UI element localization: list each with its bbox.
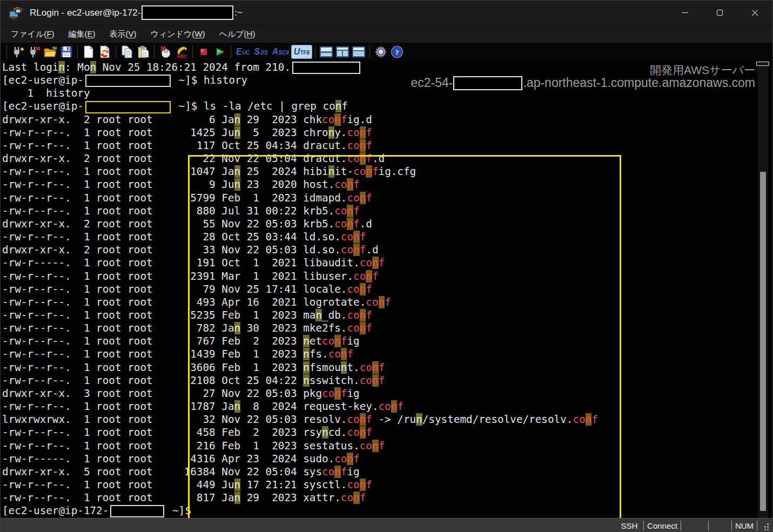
terminal-text-segment: drwxr-xr-x. 2 root root 33 Nov 22 05:03 … bbox=[2, 244, 341, 256]
encoding-utf8-button[interactable]: UTF8 bbox=[291, 45, 312, 59]
scrollbar[interactable] bbox=[758, 61, 768, 518]
terminal-text-segment: n bbox=[347, 218, 353, 230]
minimize-button[interactable] bbox=[667, 1, 702, 25]
terminal-text-segment: f bbox=[341, 113, 347, 126]
terminal-text-segment: fs. bbox=[310, 348, 328, 360]
terminal-text-segment: n bbox=[372, 440, 379, 452]
scrollbar-thumb[interactable] bbox=[760, 172, 766, 511]
terminal-text-segment: f bbox=[366, 192, 372, 204]
terminal-text-segment: n bbox=[372, 374, 379, 387]
split-vertical-button[interactable] bbox=[334, 44, 351, 60]
terminal-text-segment: co bbox=[322, 466, 334, 478]
encoding-ascii-button[interactable]: ASCII bbox=[270, 45, 291, 58]
help-icon: ? bbox=[390, 45, 404, 59]
save-button[interactable] bbox=[58, 44, 75, 60]
new-document-button[interactable] bbox=[80, 44, 97, 60]
terminal-text-segment: : Mo bbox=[65, 61, 90, 73]
terminal-text-segment: co bbox=[334, 205, 347, 217]
terminal-text-segment: -rw-r-----. 1 root root 191 Oct 1 2021 l… bbox=[2, 257, 360, 269]
terminal-text-segment: co bbox=[347, 426, 359, 439]
terminal-text-segment: sswitch. bbox=[310, 374, 360, 387]
maximize-button[interactable] bbox=[702, 1, 737, 25]
menu-item-help[interactable]: ヘルプ(H) bbox=[212, 26, 263, 42]
terminal-text-segment: -rw-r--r--. 1 root root 880 Jul 31 00:22… bbox=[2, 205, 334, 217]
help-button[interactable]: ? bbox=[389, 44, 405, 60]
disconnect-button[interactable] bbox=[26, 44, 42, 60]
terminal-line: drwxr-xr-x. 2 root root 22 Nov 22 05:04 … bbox=[2, 152, 598, 165]
terminal-text-segment: fsmou bbox=[310, 361, 341, 374]
terminal-text-segment: -rw-r--r--. 1 root root 1439 Feb 1 2023 bbox=[2, 348, 303, 360]
terminal-text-segment: -rw-r--r--. 1 root root 2108 Oct 25 04:2… bbox=[2, 374, 303, 387]
terminal-text-segment: lrwxrwxrwx. 1 root root 32 Nov 22 05:03 … bbox=[2, 413, 347, 426]
menu-item-view[interactable]: 表示(V) bbox=[103, 26, 144, 42]
toolbar-separator bbox=[77, 45, 78, 58]
reload-document-button[interactable] bbox=[97, 44, 113, 60]
close-button[interactable] bbox=[737, 1, 772, 25]
new-window-button[interactable] bbox=[351, 44, 367, 60]
floppy-save-icon bbox=[59, 45, 73, 59]
terminal-text-segment: n bbox=[334, 466, 341, 478]
statusbar-separator bbox=[681, 521, 681, 531]
terminal-text-segment: co bbox=[360, 374, 372, 387]
encoding-sjis-button[interactable]: SJIS bbox=[252, 45, 270, 58]
terminal-text-segment: ig.cfg bbox=[379, 165, 416, 178]
copy-button[interactable] bbox=[119, 44, 135, 60]
terminal-text-segment: _db. bbox=[322, 309, 347, 321]
terminal-text-segment: 30 2023 mke2fs. bbox=[240, 322, 347, 334]
terminal-text-segment: n bbox=[315, 309, 322, 321]
terminal-text-segment: co bbox=[360, 440, 372, 452]
menu-item-window[interactable]: ウィンドウ(W) bbox=[144, 26, 212, 42]
terminal-line: -rw-r--r--. 1 root root 493 Apr 16 2021 … bbox=[2, 296, 598, 309]
abc-pen-icon: ABC bbox=[174, 45, 189, 59]
terminal-text-segment: n bbox=[353, 244, 360, 256]
abc-edit-button[interactable]: ABC bbox=[173, 44, 190, 60]
resize-grip[interactable] bbox=[757, 518, 772, 532]
resize-grip-icon bbox=[762, 523, 769, 530]
hostname-overlay: ec2-54- .ap-northeast-1.compute.amazonaw… bbox=[411, 76, 755, 90]
stop-button[interactable] bbox=[196, 44, 212, 60]
terminal-text-segment: f bbox=[366, 309, 372, 321]
terminal-text-segment: f bbox=[385, 296, 391, 308]
settings-button[interactable] bbox=[373, 44, 389, 60]
terminal-text-segment: -rw-r--r--. 1 root root 782 Ja bbox=[2, 322, 234, 334]
terminal-text-segment: -rw-r--r--. 1 root root 3606 Feb 1 2023 bbox=[2, 361, 303, 374]
terminal-text-segment: ig bbox=[347, 466, 359, 478]
mouse-x-icon bbox=[158, 45, 172, 59]
hostname-suffix: .ap-northeast-1.compute.amazonaws.com bbox=[523, 76, 755, 90]
window-controls bbox=[667, 1, 772, 25]
terminal-text-segment: 8 2024 request-key. bbox=[240, 400, 378, 413]
terminal-area[interactable]: Last login: Mon Nov 25 18:26:21 2024 fro… bbox=[1, 61, 772, 518]
terminal-text-segment: co bbox=[353, 270, 366, 282]
open-folder-button[interactable] bbox=[42, 44, 58, 60]
new-connection-button[interactable] bbox=[10, 44, 26, 60]
terminal-line: Last login: Mon Nov 25 18:26:21 2024 fro… bbox=[2, 61, 598, 74]
terminal-text-segment: /systemd/resolve/resolv. bbox=[422, 413, 573, 426]
terminal-text-segment: f bbox=[379, 440, 385, 452]
terminal-text-segment: co bbox=[328, 348, 341, 360]
menu-item-file[interactable]: ファイル(F) bbox=[4, 26, 62, 42]
terminal-line: -rw-r--r--. 1 root root 216 Feb 1 2023 s… bbox=[2, 440, 598, 453]
plug-close-icon bbox=[27, 45, 41, 59]
terminal-text-segment: f bbox=[379, 374, 385, 387]
terminal-line: -rw-r--r--. 1 root root 782 Jan 30 2023 … bbox=[2, 322, 598, 335]
terminal-text-segment: ~]$ bbox=[166, 504, 191, 517]
terminal-text-segment: n bbox=[360, 413, 366, 426]
terminal-line: -rw-r--r--. 1 root root 880 Jul 31 00:22… bbox=[2, 205, 598, 218]
paste-button[interactable] bbox=[135, 44, 151, 60]
terminal-text-segment: -rw-r-----. 1 root root 4316 Apr 23 2024… bbox=[2, 453, 334, 465]
title-redaction-box bbox=[142, 5, 233, 20]
menu-item-edit[interactable]: 編集(E) bbox=[62, 26, 103, 42]
terminal-line: -rw-r--r--. 1 root root 2391 Mar 1 2021 … bbox=[2, 270, 598, 283]
terminal-text-segment: f bbox=[372, 165, 379, 178]
mouse-disable-button[interactable] bbox=[157, 44, 173, 60]
split-horizontal-button[interactable] bbox=[318, 44, 334, 60]
start-button[interactable] bbox=[212, 44, 228, 60]
toolbar-separator bbox=[192, 45, 193, 58]
close-icon bbox=[751, 9, 758, 16]
paste-icon bbox=[136, 45, 150, 59]
redaction-box bbox=[110, 505, 164, 517]
terminal-line: -rw-r--r--. 1 root root 3606 Feb 1 2023 … bbox=[2, 361, 598, 374]
terminal-text-segment: -rw-r--r--. 1 root root 1425 Ju bbox=[2, 126, 234, 139]
terminal-text-segment: -rw-r--r--. 1 root root 216 Feb 1 2023 s… bbox=[2, 440, 360, 452]
encoding-euc-button[interactable]: EUC bbox=[234, 45, 252, 58]
